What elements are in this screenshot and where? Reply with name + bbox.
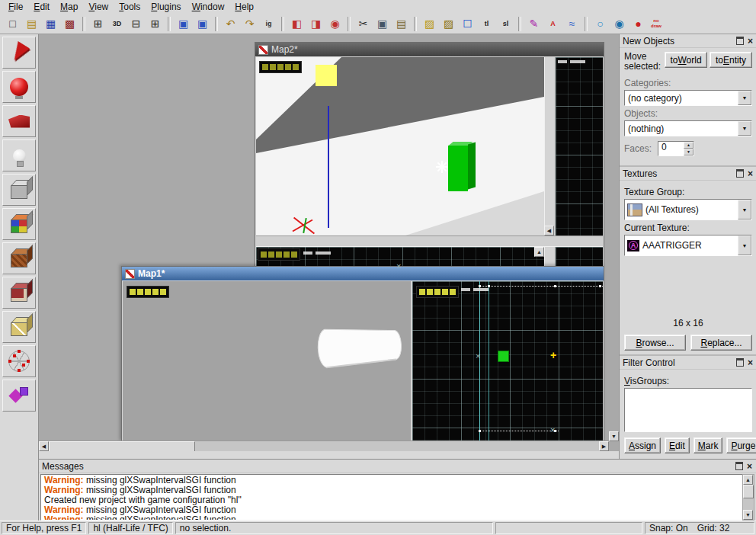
handle-dot[interactable] [599,285,601,287]
dock-float-icon[interactable] [736,358,744,367]
menu-help[interactable]: Help [229,1,259,14]
texture-lock-toggle[interactable]: tl [478,15,495,33]
map1-3d-view[interactable] [123,281,411,440]
chevron-down-icon[interactable]: ▼ [738,235,751,255]
scroll-left-button[interactable]: ◀ [39,441,49,451]
map1-2d-top-view[interactable]: × × + [412,281,603,440]
scroll-up-button[interactable]: ▲ [743,475,753,485]
to-entity-button[interactable]: toEntity [710,52,752,68]
mdi-scroll-down-button[interactable]: ▼ [609,431,619,441]
block-tool[interactable] [2,174,36,206]
magnify-tool[interactable] [2,71,36,103]
map2-3d-view[interactable] [256,57,544,235]
grid-3d-icon[interactable]: 3D [108,15,126,33]
copy-icon[interactable]: ▣ [373,15,391,33]
carve-icon[interactable]: ◧ [288,15,306,33]
cascade-windows-icon[interactable]: ▣ [175,15,192,33]
undo-icon[interactable]: ↶ [222,15,239,33]
select-box-icon[interactable]: ☐ [459,15,476,33]
scrollbar-track[interactable] [743,485,754,510]
scale-lock-toggle[interactable]: sl [497,15,514,33]
close-icon[interactable]: × [747,169,754,178]
current-texture-select[interactable]: AAATRIGGER ▼ [624,235,752,256]
texture-scale-lock-icon[interactable]: ▨ [440,15,457,33]
toggle-grid-icon[interactable]: ⊞ [89,15,107,33]
grid-smaller-icon[interactable]: ⊟ [127,15,145,33]
menu-tools[interactable]: Tools [114,1,146,14]
menu-file[interactable]: File [3,1,28,14]
handle-dot[interactable] [479,285,481,287]
menu-window[interactable]: Window [187,1,230,14]
scroll-right-button[interactable]: ▶ [599,441,609,451]
paint-brush-icon[interactable]: ✎ [525,15,543,33]
group-icon[interactable]: ◉ [326,15,344,33]
texture-lock-icon[interactable]: ▨ [421,15,438,33]
cordon-icon[interactable]: ○ [591,15,609,33]
dock-float-icon[interactable] [735,462,743,470]
visgroups-list[interactable] [624,388,752,432]
cut-icon[interactable]: ✂ [354,15,372,33]
view-mode-buttons[interactable] [259,61,302,73]
objects-select[interactable]: (nothing) ▼ [624,120,752,136]
selected-entity-box[interactable] [498,351,509,362]
paste-icon[interactable]: ▤ [392,15,410,33]
apply-current-texture-tool[interactable] [2,242,36,274]
scrollbar-thumb[interactable] [49,441,195,451]
chevron-down-icon[interactable]: ▼ [738,121,751,136]
view-mode-buttons[interactable] [416,286,459,298]
view-mode-buttons[interactable] [127,286,169,298]
purge-button[interactable]: Purge [726,437,756,453]
cordon-edit-icon[interactable]: ◉ [610,15,628,33]
texture-group-select[interactable]: (All Textures) ▼ [624,199,752,220]
grid-larger-icon[interactable]: ⊞ [146,15,164,33]
menu-view[interactable]: View [83,1,114,14]
spin-down-icon[interactable]: ▼ [684,149,694,155]
faces-stepper[interactable]: 0 ▲ ▼ [658,141,694,156]
entity-tool[interactable] [2,139,36,171]
vertex-tool[interactable] [2,345,36,377]
handle-dot[interactable] [488,285,490,287]
ignore-groups-icon[interactable]: ig [260,15,277,33]
new-file-icon[interactable]: □ [4,15,21,33]
displacement-icon[interactable]: ≈ [563,15,581,33]
menu-plugins[interactable]: Plugins [146,1,186,14]
close-icon[interactable]: × [747,37,754,46]
browse-button[interactable]: Browse... [624,335,686,351]
dock-float-icon[interactable] [736,37,744,45]
save-all-icon[interactable]: ▩ [61,15,78,33]
close-icon[interactable]: × [747,358,754,367]
to-world-button[interactable]: toWorld [665,52,707,68]
dock-float-icon[interactable] [736,169,744,178]
texture-application-tool[interactable] [2,208,36,240]
view-mode-buttons[interactable] [258,248,300,261]
map2-horizontal-scrollbar[interactable] [256,235,603,247]
scroll-down-button[interactable]: ▼ [743,510,753,520]
handle-dot[interactable] [554,285,556,287]
selection-tool[interactable] [2,37,36,69]
tile-windows-icon[interactable]: ▣ [194,15,211,33]
camera-tool[interactable] [2,105,36,137]
menu-map[interactable]: Map [55,1,83,14]
entity-report-icon[interactable]: ● [629,15,647,33]
close-icon[interactable]: × [746,462,753,471]
map2-2d-top-view[interactable] [556,57,603,235]
apply-texture-icon[interactable]: A [544,15,562,33]
scroll-up-button[interactable]: ▲ [534,247,544,257]
map1-titlebar[interactable]: Map1* [122,267,604,280]
handle-dot[interactable] [479,430,481,432]
menu-edit[interactable]: Edit [28,1,55,14]
scroll-left-button[interactable]: ◀ [544,226,554,235]
scrollbar-thumb[interactable] [743,485,754,498]
categories-select[interactable]: (no category) ▼ [624,90,752,106]
scrollbar-track[interactable] [49,441,599,451]
open-folder-icon[interactable]: ▤ [23,15,40,33]
nodraw-icon[interactable]: no draw [649,15,664,33]
save-file-icon[interactable]: ▦ [42,15,59,33]
replace-button[interactable]: Replace... [690,335,752,351]
edit-button[interactable]: Edit [665,437,690,453]
chevron-down-icon[interactable]: ▼ [738,200,751,219]
decal-tool[interactable] [2,277,36,309]
morph-tool[interactable] [2,380,36,412]
mdi-horizontal-scrollbar[interactable]: ◀ ▶ [39,440,609,451]
messages-scrollbar[interactable]: ▲ ▼ [742,474,754,521]
